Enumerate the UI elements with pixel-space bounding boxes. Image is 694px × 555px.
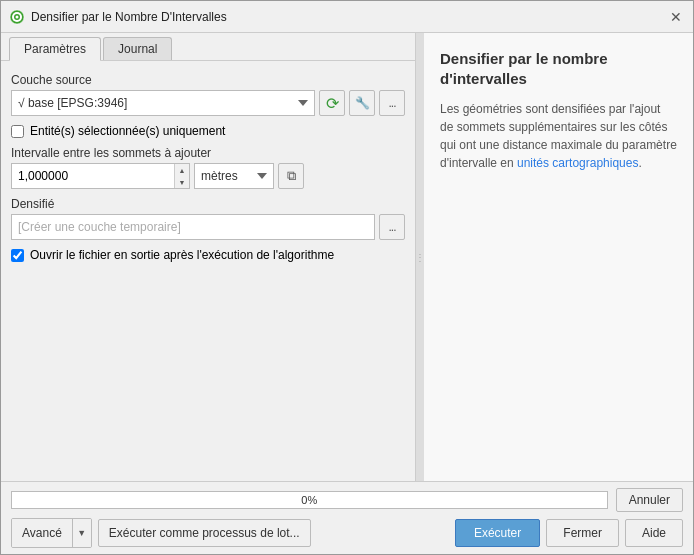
- densified-browse-button[interactable]: ...: [379, 214, 405, 240]
- open-file-checkbox-row: Ouvrir le fichier en sortie après l'exéc…: [11, 248, 405, 262]
- densified-section: Densifié ...: [11, 197, 405, 240]
- tab-journal[interactable]: Journal: [103, 37, 172, 60]
- densified-input[interactable]: [11, 214, 375, 240]
- interval-section: Intervalle entre les sommets à ajouter 1…: [11, 146, 405, 189]
- help-highlight: unités cartographiques: [517, 156, 638, 170]
- interval-input-wrap: 1,000000 ▲ ▼: [11, 163, 190, 189]
- settings-button[interactable]: 🔧: [349, 90, 375, 116]
- batch-button[interactable]: Exécuter comme processus de lot...: [98, 519, 311, 547]
- source-layer-select[interactable]: √ base [EPSG:3946]: [11, 90, 315, 116]
- unit-select[interactable]: mètres: [194, 163, 274, 189]
- progress-bar: 0%: [11, 491, 608, 509]
- left-panel: Paramètres Journal Couche source √ base …: [1, 33, 416, 481]
- action-row: Avancé ▼ Exécuter comme processus de lot…: [11, 518, 683, 548]
- advanced-button[interactable]: Avancé: [12, 519, 73, 547]
- refresh-icon: ⟳: [326, 94, 339, 113]
- progress-label: 0%: [12, 492, 607, 508]
- spin-down-button[interactable]: ▼: [175, 176, 189, 188]
- help-title: Densifier par le nombre d'intervalles: [440, 49, 677, 88]
- close-window-button[interactable]: ✕: [667, 8, 685, 26]
- interval-label: Intervalle entre les sommets à ajouter: [11, 146, 405, 160]
- entities-label: Entité(s) sélectionnée(s) uniquement: [30, 124, 225, 138]
- ellipsis-icon: ...: [388, 96, 395, 110]
- bottom-bar: 0% Annuler Avancé ▼ Exécuter comme proce…: [1, 481, 693, 554]
- refresh-layer-button[interactable]: ⟳: [319, 90, 345, 116]
- advanced-dropdown-button[interactable]: ▼: [73, 519, 91, 547]
- help-button[interactable]: Aide: [625, 519, 683, 547]
- close-button[interactable]: Fermer: [546, 519, 619, 547]
- open-file-checkbox[interactable]: [11, 249, 24, 262]
- advanced-group: Avancé ▼: [11, 518, 92, 548]
- entities-checkbox[interactable]: [11, 125, 24, 138]
- copy-interval-button[interactable]: ⧉: [278, 163, 304, 189]
- main-window: Densifier par le Nombre D'Intervalles ✕ …: [0, 0, 694, 555]
- tab-params[interactable]: Paramètres: [9, 37, 101, 61]
- qgis-icon: [9, 9, 25, 25]
- interval-row: 1,000000 ▲ ▼ mètres ⧉: [11, 163, 405, 189]
- svg-point-3: [16, 15, 19, 18]
- dropdown-arrow-icon: ▼: [77, 528, 86, 538]
- titlebar: Densifier par le Nombre D'Intervalles ✕: [1, 1, 693, 33]
- entities-checkbox-row: Entité(s) sélectionnée(s) uniquement: [11, 124, 405, 138]
- help-text: Les géométries sont densifiées par l'ajo…: [440, 100, 677, 172]
- source-layer-label: Couche source: [11, 73, 405, 87]
- window-title: Densifier par le Nombre D'Intervalles: [31, 10, 227, 24]
- source-layer-row: √ base [EPSG:3946] ⟳ 🔧 ...: [11, 90, 405, 116]
- panel-splitter[interactable]: ⋮: [416, 33, 424, 481]
- content-area: Paramètres Journal Couche source √ base …: [1, 33, 693, 481]
- execute-button[interactable]: Exécuter: [455, 519, 540, 547]
- copy-icon: ⧉: [287, 168, 296, 184]
- densified-row: ...: [11, 214, 405, 240]
- help-panel: Densifier par le nombre d'intervalles Le…: [424, 33, 693, 481]
- cancel-button[interactable]: Annuler: [616, 488, 683, 512]
- tab-bar: Paramètres Journal: [1, 33, 415, 61]
- open-file-label: Ouvrir le fichier en sortie après l'exéc…: [30, 248, 334, 262]
- progress-row: 0% Annuler: [11, 488, 683, 512]
- ellipsis-icon-2: ...: [388, 220, 395, 234]
- wrench-icon: 🔧: [355, 96, 370, 110]
- interval-input[interactable]: 1,000000: [12, 164, 174, 188]
- densified-label: Densifié: [11, 197, 405, 211]
- more-options-button[interactable]: ...: [379, 90, 405, 116]
- params-content: Couche source √ base [EPSG:3946] ⟳ 🔧 ...: [1, 61, 415, 481]
- spin-buttons: ▲ ▼: [174, 164, 189, 188]
- source-layer-section: Couche source √ base [EPSG:3946] ⟳ 🔧 ...: [11, 73, 405, 116]
- spin-up-button[interactable]: ▲: [175, 164, 189, 176]
- titlebar-left: Densifier par le Nombre D'Intervalles: [9, 9, 227, 25]
